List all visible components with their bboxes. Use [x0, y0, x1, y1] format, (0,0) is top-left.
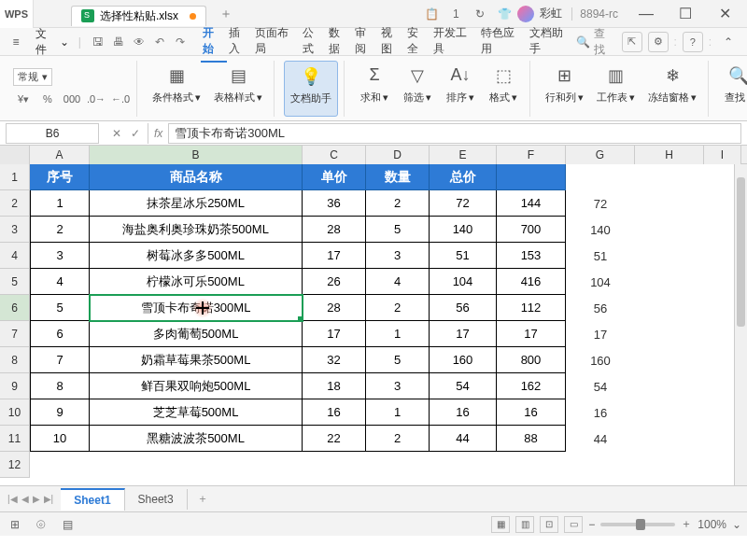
share-icon[interactable]: ⇱ [622, 32, 642, 52]
cell-seq[interactable]: 4 [30, 269, 90, 295]
cell-qty[interactable]: 3 [366, 243, 430, 269]
cell-total[interactable]: 44 [430, 426, 497, 452]
cell-g[interactable]: 72 [566, 190, 635, 217]
cell-seq[interactable]: 2 [30, 217, 90, 243]
select-all-corner[interactable] [0, 146, 30, 164]
cell-seq[interactable]: 6 [30, 321, 90, 347]
sum-button[interactable]: Σ求和▾ [354, 61, 395, 117]
cell-name[interactable]: 芝芝草莓500ML [90, 399, 303, 426]
worksheet-button[interactable]: ▥工作表▾ [591, 61, 641, 117]
maximize-button[interactable]: ☐ [667, 0, 704, 28]
cell-name[interactable]: 柠檬冰可乐500ML [90, 269, 303, 295]
close-button[interactable]: ✕ [706, 0, 743, 28]
help-icon[interactable]: ? [683, 32, 703, 52]
cell-qty[interactable]: 2 [366, 190, 430, 217]
cell-g[interactable]: 16 [566, 399, 635, 426]
header-cell[interactable]: 单价 [303, 164, 366, 190]
cell-f[interactable]: 144 [497, 190, 566, 217]
cell-total[interactable]: 54 [430, 373, 497, 399]
cell-total[interactable]: 16 [430, 399, 497, 426]
cell-name[interactable]: 抹茶星冰乐250ML [90, 190, 303, 217]
save-icon[interactable]: 🖫 [89, 33, 107, 51]
cell-qty[interactable]: 5 [366, 347, 430, 373]
cell-g[interactable]: 140 [566, 217, 635, 243]
cell-g[interactable]: 160 [566, 347, 635, 373]
row-header-7[interactable]: 7 [0, 321, 29, 347]
row-header-4[interactable]: 4 [0, 243, 29, 269]
cell-f[interactable]: 17 [497, 321, 566, 347]
cell-seq[interactable]: 3 [30, 243, 90, 269]
comma-icon[interactable]: 000 [62, 90, 82, 108]
cell-price[interactable]: 17 [303, 321, 366, 347]
col-header-B[interactable]: B [90, 146, 303, 164]
cell-f[interactable]: 153 [497, 243, 566, 269]
sheet-tab-active[interactable]: Sheet1 [61, 488, 124, 511]
cell-g[interactable]: 17 [566, 321, 635, 347]
ribbon-tab-10[interactable]: 文档助手 [528, 21, 576, 63]
cell-seq[interactable]: 7 [30, 347, 90, 373]
cell-f[interactable]: 162 [497, 373, 566, 399]
settings-icon[interactable]: ⚙ [648, 32, 669, 52]
fx-icon[interactable]: fx [148, 127, 168, 140]
sort-button[interactable]: A↓排序▾ [440, 61, 481, 117]
cell-price[interactable]: 22 [303, 426, 366, 452]
increase-decimal-icon[interactable]: .0→ [86, 90, 106, 108]
cancel-edit-icon[interactable]: ✕ [108, 127, 125, 140]
cell-g[interactable]: 44 [566, 426, 635, 452]
cell-f[interactable]: 16 [497, 399, 566, 426]
ribbon-tab-8[interactable]: 开发工具 [431, 21, 480, 63]
cell-total[interactable]: 72 [430, 190, 497, 217]
conditional-format-button[interactable]: ▦条件格式▾ [147, 61, 206, 117]
status-grid-icon[interactable]: ⊞ [6, 516, 24, 533]
header-cell[interactable]: 序号 [30, 164, 90, 190]
cell-name[interactable]: 树莓冰多多500ML [90, 243, 303, 269]
cell-qty[interactable]: 4 [366, 269, 430, 295]
cell-price[interactable]: 32 [303, 347, 366, 373]
add-sheet-button[interactable]: ＋ [188, 491, 218, 507]
print-icon[interactable]: 🖶 [109, 33, 128, 51]
view-read-icon[interactable]: ▭ [564, 516, 583, 533]
row-header-6[interactable]: 6 [0, 295, 29, 321]
cell-price[interactable]: 18 [303, 373, 366, 399]
sheet-tab-other[interactable]: Sheet3 [125, 489, 188, 510]
doc-helper-button[interactable]: 💡文档助手 [284, 61, 338, 117]
cell-g[interactable]: 56 [566, 295, 635, 321]
col-header-H[interactable]: H [635, 146, 704, 164]
cell-price[interactable]: 17 [303, 243, 366, 269]
header-cell[interactable]: 商品名称 [90, 164, 303, 190]
zoom-dropdown-icon[interactable]: ⌄ [732, 518, 741, 531]
cell-total[interactable]: 56 [430, 295, 497, 321]
number-format-select[interactable]: 常规 ▾ [13, 68, 52, 86]
row-header-10[interactable]: 10 [0, 399, 29, 426]
col-header-E[interactable]: E [430, 146, 497, 164]
collapse-ribbon-icon[interactable]: ⌃ [717, 31, 740, 53]
preview-icon[interactable]: 👁 [130, 33, 148, 51]
ribbon-tab-6[interactable]: 视图 [379, 21, 405, 63]
redo-icon[interactable]: ↷ [171, 33, 190, 51]
format-button[interactable]: ⬚格式▾ [483, 61, 524, 117]
cell-qty[interactable]: 5 [366, 217, 430, 243]
cell-f[interactable]: 112 [497, 295, 566, 321]
view-break-icon[interactable]: ⊡ [540, 516, 558, 533]
ribbon-tab-9[interactable]: 特色应用 [479, 21, 528, 63]
ribbon-tab-0[interactable]: 开始 [201, 21, 227, 63]
vertical-scrollbar[interactable] [734, 164, 747, 485]
cell-seq[interactable]: 9 [30, 399, 90, 426]
cell-total[interactable]: 104 [430, 269, 497, 295]
cell-name[interactable]: 多肉葡萄500ML [90, 321, 303, 347]
cell-name[interactable]: 雪顶卡布奇诺300ML [90, 295, 303, 321]
cell-f[interactable]: 416 [497, 269, 566, 295]
row-header-8[interactable]: 8 [0, 347, 29, 373]
ribbon-tab-7[interactable]: 安全 [405, 21, 431, 63]
zoom-out-button[interactable]: − [588, 518, 595, 531]
row-header-5[interactable]: 5 [0, 269, 29, 295]
cell-seq[interactable]: 8 [30, 373, 90, 399]
undo-icon[interactable]: ↶ [150, 33, 169, 51]
cell-price[interactable]: 28 [303, 217, 366, 243]
cell-qty[interactable]: 3 [366, 373, 430, 399]
hamburger-icon[interactable]: ≡ [6, 32, 26, 52]
cell-name[interactable]: 鲜百果双响炮500ML [90, 373, 303, 399]
percent-icon[interactable]: % [37, 90, 58, 108]
cell-seq[interactable]: 1 [30, 190, 90, 217]
sheet-last-icon[interactable]: ▶| [44, 494, 54, 504]
